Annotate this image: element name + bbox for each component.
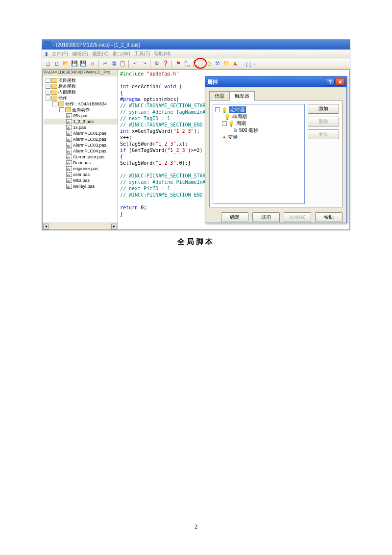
delete-button[interactable]: 删除	[308, 117, 339, 126]
tb-abc-icon[interactable]: ACD	[183, 60, 191, 68]
menu-icon: ▮	[45, 51, 48, 56]
file-icon	[66, 154, 72, 159]
tree-timer[interactable]: -💡定时器	[215, 106, 302, 113]
tree-acyclic[interactable]: 💡非周期	[215, 113, 302, 120]
tree-item[interactable]: user.pas	[44, 172, 118, 177]
close-icon[interactable]: ✕	[336, 78, 344, 86]
tree-item[interactable]: +标准函数	[44, 83, 118, 89]
menu-tools[interactable]: 工具(T)	[134, 50, 150, 57]
tb-new-icon[interactable]: 🗋	[44, 60, 52, 68]
tb-copy-icon[interactable]: 🗐	[110, 60, 118, 68]
tb-print-icon[interactable]: ⎙	[88, 60, 96, 68]
file-icon	[66, 137, 72, 142]
tree-scrollbar[interactable]: ◂ ▸	[43, 223, 118, 229]
tb-saveall-icon[interactable]: 💾	[79, 60, 87, 68]
expand-icon[interactable]	[46, 78, 50, 83]
tb-sep	[128, 60, 129, 68]
tree-item[interactable]: AlarmPLC03.pas	[44, 142, 118, 148]
help-button[interactable]: 帮助	[315, 212, 343, 222]
scroll-left-icon[interactable]: ◂	[43, 224, 49, 229]
tb-abc2-icon[interactable]: ACD	[192, 60, 200, 68]
file-icon	[66, 184, 72, 189]
expand-icon[interactable]: +	[46, 90, 50, 95]
tree-item-label: WEI.pas	[73, 177, 90, 183]
tb-compile-icon[interactable]: ⚙	[153, 60, 161, 68]
tree-item[interactable]: -全局动作	[44, 107, 118, 113]
tb-flag-icon[interactable]: ⚑	[174, 60, 182, 68]
tb-sep	[202, 60, 203, 68]
tb-folder-icon[interactable]: 📁	[222, 60, 230, 68]
folder-icon	[65, 107, 71, 112]
menu-help[interactable]: 帮助(H)	[154, 50, 171, 57]
properties-dialog: 属性 ? ✕ 信息 触发器 -💡定时器 💡非周期 -💡周期 🗎500 毫秒	[205, 76, 347, 223]
tb-logout-icon[interactable]: [→	[249, 60, 257, 68]
tb-login-icon[interactable]: →]	[240, 60, 248, 68]
tree-item[interactable]: AlarmPLC02.pas	[44, 136, 118, 142]
tree-item[interactable]: 05s.pas	[44, 113, 118, 119]
tb-trigger-icon[interactable]: ⏱	[205, 60, 213, 68]
tree-item[interactable]: AlarmPLC01.pas	[44, 130, 118, 136]
tb-undo-icon[interactable]: ↶	[131, 60, 139, 68]
tb-redo-icon[interactable]: ↷	[140, 60, 148, 68]
tb-open-icon[interactable]: 📂	[62, 60, 70, 68]
tree-variable[interactable]: ✦变量	[215, 134, 302, 141]
scroll-right-icon[interactable]: ▸	[111, 224, 117, 229]
tree-item[interactable]: -动作 : AD4A1B86634	[44, 101, 118, 107]
expand-icon[interactable]: -	[52, 101, 57, 106]
tree-item[interactable]: 1s.pas	[44, 125, 118, 130]
help-icon[interactable]: ?	[326, 78, 335, 86]
figure-caption: 全局脚本	[42, 237, 350, 247]
expand-icon[interactable]: -	[59, 107, 64, 112]
menu-window[interactable]: 窗口(W)	[112, 50, 130, 57]
tree-body: 项目函数+标准函数+内部函数-动作-动作 : AD4A1B86634-全局动作0…	[43, 76, 118, 223]
file-icon	[66, 160, 72, 165]
menu-edit[interactable]: 编辑(E)	[72, 50, 88, 57]
tb-compile2-icon[interactable]: ⚒	[214, 60, 221, 68]
tb-save-icon[interactable]: 💾	[71, 60, 78, 68]
tree-item[interactable]: -动作	[44, 95, 118, 101]
tree-cyclic[interactable]: -💡周期	[215, 120, 302, 127]
tree-item[interactable]: WEI.pas	[44, 177, 118, 183]
tree-item[interactable]: AlarmPLC04.pas	[44, 148, 118, 154]
expand-icon[interactable]: -	[46, 96, 50, 101]
tab-info[interactable]: 信息	[209, 91, 230, 101]
modify-button[interactable]: 更改	[308, 129, 339, 139]
tb-paste-icon[interactable]: 📋	[119, 60, 126, 68]
apply-button[interactable]: 应用(A)	[284, 212, 311, 222]
ok-button[interactable]: 确定	[221, 212, 248, 222]
tree-item-label: 动作	[58, 95, 67, 101]
tb-new2-icon[interactable]: 🗋	[53, 60, 61, 68]
tree-item-label: AlarmPLC02.pas	[73, 136, 106, 142]
dialog-title: 属性	[207, 78, 218, 86]
tree-item[interactable]: engineer.pas	[44, 166, 118, 172]
folder-icon	[51, 84, 57, 89]
cancel-button[interactable]: 取消	[252, 212, 280, 222]
tree-item[interactable]: +内部函数	[44, 89, 118, 95]
app-icon	[44, 41, 51, 48]
tree-item-label: 1s.pas	[73, 125, 86, 130]
tree-item-label: 内部函数	[58, 89, 76, 95]
tree-item[interactable]: 项目函数	[44, 77, 118, 83]
tree-item[interactable]: Door.pas	[44, 160, 118, 166]
menu-view[interactable]: 视图(V)	[92, 50, 108, 57]
tb-a-icon[interactable]: A	[231, 60, 239, 68]
tb-help-icon[interactable]: ❓	[162, 60, 170, 68]
app-screenshot: - (20160801PM1225.mcp) - [1_2_3.pas] ▮ 文…	[42, 39, 350, 230]
expand-icon[interactable]: +	[46, 84, 50, 89]
tree-item[interactable]: Currentuser.pas	[44, 154, 118, 160]
file-icon	[66, 119, 72, 124]
tree-item-label: user.pas	[73, 172, 90, 177]
add-button[interactable]: 添加	[308, 104, 339, 114]
tb-cut-icon[interactable]: ✂	[101, 60, 109, 68]
menu-file[interactable]: 文件(F)	[52, 50, 68, 57]
tree-item[interactable]: 1_2_3.pas	[44, 119, 118, 125]
tree-value[interactable]: 🗎500 毫秒	[215, 127, 302, 134]
tree-item-label: 全局动作	[72, 107, 90, 113]
tab-trigger[interactable]: 触发器	[229, 91, 255, 101]
tree-item[interactable]: weileyi.pas	[44, 183, 118, 189]
folder-icon	[51, 78, 57, 83]
tree-item-label: Currentuser.pas	[73, 154, 104, 160]
trigger-tree[interactable]: -💡定时器 💡非周期 -💡周期 🗎500 毫秒 ✦变量	[213, 104, 305, 204]
tree-item-label: AlarmPLC03.pas	[73, 142, 106, 148]
file-icon	[66, 113, 72, 118]
